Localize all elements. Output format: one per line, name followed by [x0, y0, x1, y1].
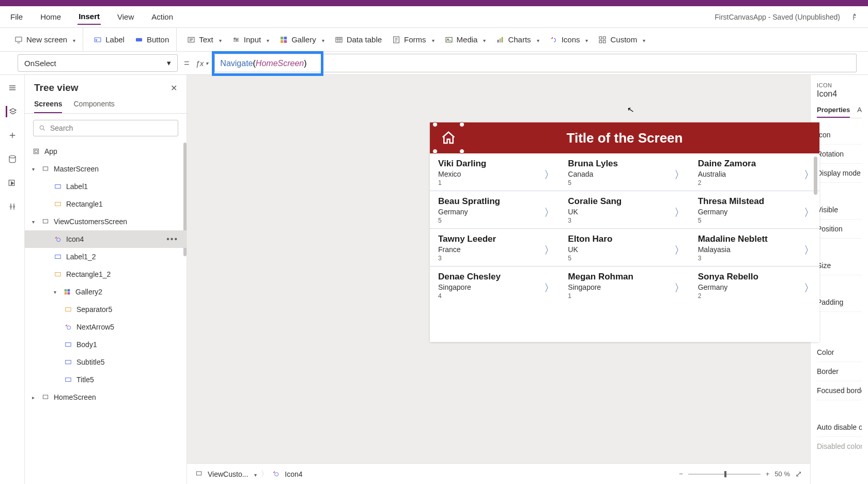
- gallery-cell[interactable]: Madaline Neblett Malayasia 3 〉: [690, 229, 819, 266]
- tree-label1[interactable]: Label1: [25, 178, 187, 195]
- tab-advanced[interactable]: A: [857, 106, 862, 118]
- prop-row[interactable]: Position: [817, 220, 862, 239]
- gallery-cell[interactable]: Elton Haro UK 5 〉: [560, 229, 689, 266]
- custom-button[interactable]: Custom: [598, 35, 645, 44]
- menu-insert[interactable]: Insert: [78, 9, 101, 25]
- gallery[interactable]: Viki Darling Mexico 1 〉Bruna Lyles Canad…: [430, 153, 819, 342]
- fx-label[interactable]: ƒx ▾: [196, 59, 209, 68]
- tree-label12[interactable]: Label1_2: [25, 248, 187, 266]
- input-button[interactable]: Input: [232, 35, 269, 44]
- charts-button[interactable]: Charts: [496, 35, 539, 44]
- tree-rect1[interactable]: Rectangle1: [25, 195, 187, 213]
- chevron-right-icon[interactable]: 〉: [674, 243, 685, 257]
- text-button[interactable]: Text: [187, 35, 222, 44]
- gallery-cell[interactable]: Beau Spratling Germany 5 〉: [430, 191, 560, 228]
- tree-next5[interactable]: NextArrow5: [25, 318, 187, 336]
- label-button[interactable]: Label: [94, 35, 125, 44]
- chevron-right-icon[interactable]: 〉: [674, 168, 685, 182]
- chevron-right-icon[interactable]: 〉: [544, 243, 554, 257]
- tab-screens[interactable]: Screens: [34, 100, 62, 113]
- prop-row[interactable]: Focused border: [817, 381, 862, 400]
- zoom-slider[interactable]: [688, 474, 761, 475]
- chevron-right-icon[interactable]: 〉: [804, 206, 814, 220]
- tree-body1[interactable]: Body1: [25, 336, 187, 353]
- gallery-button[interactable]: Gallery: [280, 35, 324, 44]
- tree-icon[interactable]: [6, 106, 17, 117]
- chevron-right-icon[interactable]: 〉: [544, 168, 554, 182]
- tree-sep5[interactable]: Separator5: [25, 301, 187, 318]
- gallery-cell[interactable]: Tawny Leeder France 3 〉: [430, 229, 560, 266]
- gallery-row: Beau Spratling Germany 5 〉Coralie Sang U…: [430, 191, 819, 229]
- prop-row[interactable]: Rotation: [817, 145, 862, 164]
- menu-home[interactable]: Home: [39, 9, 62, 24]
- media-button[interactable]: Media: [445, 35, 486, 44]
- gallery-cell[interactable]: Megan Rohman Singapore 1 〉: [560, 267, 689, 304]
- hamburger-icon[interactable]: [7, 82, 18, 93]
- tree-icon4[interactable]: Icon4•••: [25, 230, 187, 248]
- tree-master[interactable]: ▾MasterScreen: [25, 160, 187, 178]
- formula-input[interactable]: Navigate(HomeScreen): [214, 54, 857, 72]
- new-screen-button[interactable]: New screen: [14, 35, 75, 44]
- zoom-in-button[interactable]: +: [766, 470, 770, 478]
- prop-row[interactable]: Border: [817, 362, 862, 381]
- button-button[interactable]: Button: [135, 35, 169, 44]
- prop-row[interactable]: Display mode: [817, 164, 862, 183]
- home-icon-selected[interactable]: [436, 126, 461, 150]
- selection-handles[interactable]: [435, 124, 462, 151]
- search-input[interactable]: [50, 124, 173, 132]
- chevron-right-icon[interactable]: 〉: [804, 281, 814, 295]
- cell-name: Madaline Neblett: [698, 234, 811, 244]
- close-icon[interactable]: ✕: [171, 83, 177, 93]
- tools-icon[interactable]: [7, 201, 18, 212]
- tab-properties[interactable]: Properties: [817, 106, 850, 118]
- menu-file[interactable]: File: [9, 9, 24, 24]
- fit-icon[interactable]: ⤢: [795, 469, 802, 479]
- add-icon[interactable]: [7, 130, 18, 141]
- tree-app[interactable]: App: [25, 143, 187, 160]
- property-select[interactable]: OnSelect ▾: [18, 54, 178, 72]
- prop-row[interactable]: Disabled color: [817, 437, 862, 456]
- zoom-controls: − + 50 % ⤢: [679, 469, 802, 479]
- breadcrumb[interactable]: ViewCusto... 〉 Icon4: [195, 470, 303, 479]
- gallery-cell[interactable]: Sonya Rebello Germany 2 〉: [690, 267, 819, 304]
- tree-search[interactable]: [33, 120, 178, 136]
- prop-row[interactable]: Auto disable on s: [817, 418, 862, 437]
- icons-button[interactable]: Icons: [550, 35, 588, 44]
- gallery-cell[interactable]: Denae Chesley Singapore 4 〉: [430, 267, 560, 304]
- prop-row[interactable]: Size: [817, 256, 862, 275]
- tree-gallery2[interactable]: ▾Gallery2: [25, 283, 187, 301]
- chevron-right-icon[interactable]: 〉: [544, 206, 554, 220]
- prop-row[interactable]: Visible: [817, 200, 862, 220]
- menu-action[interactable]: Action: [150, 9, 174, 24]
- prop-row[interactable]: Icon: [817, 126, 862, 145]
- gallery-cell[interactable]: Bruna Lyles Canada 5 〉: [560, 153, 689, 191]
- forms-button[interactable]: Forms: [392, 35, 435, 44]
- chevron-right-icon[interactable]: 〉: [544, 281, 554, 295]
- tree-title5[interactable]: Title5: [25, 371, 187, 388]
- health-icon[interactable]: [850, 13, 859, 21]
- text-icon: [187, 36, 195, 44]
- prop-row[interactable]: Padding: [817, 293, 862, 312]
- tab-components[interactable]: Components: [73, 100, 114, 113]
- gallery-cell[interactable]: Daine Zamora Australia 2 〉: [690, 153, 819, 191]
- tree-sub5[interactable]: Subtitle5: [25, 353, 187, 371]
- gallery-cell[interactable]: Thresa Milstead Germany 5 〉: [690, 191, 819, 228]
- data-icon[interactable]: [7, 153, 18, 165]
- tree-view[interactable]: ▾ViewCustomersScreen: [25, 213, 187, 230]
- chevron-right-icon[interactable]: 〉: [674, 206, 685, 220]
- svg-point-47: [275, 472, 278, 476]
- chevron-right-icon[interactable]: 〉: [674, 281, 685, 295]
- chevron-right-icon[interactable]: 〉: [804, 168, 814, 182]
- chevron-right-icon[interactable]: 〉: [804, 243, 814, 257]
- prop-row[interactable]: Color: [817, 343, 862, 362]
- tree-home[interactable]: ▸HomeScreen: [25, 388, 187, 406]
- more-icon[interactable]: •••: [166, 235, 178, 244]
- menu-view[interactable]: View: [116, 9, 135, 24]
- datatable-button[interactable]: Data table: [335, 35, 382, 44]
- gallery-cell[interactable]: Coralie Sang UK 3 〉: [560, 191, 689, 228]
- canvas[interactable]: ↖ Title of the Screen Viki Darling Mexic…: [187, 75, 810, 484]
- gallery-cell[interactable]: Viki Darling Mexico 1 〉: [430, 153, 560, 191]
- tree-rect12[interactable]: Rectangle1_2: [25, 266, 187, 283]
- zoom-out-button[interactable]: −: [679, 470, 683, 478]
- media-rail-icon[interactable]: [7, 177, 18, 189]
